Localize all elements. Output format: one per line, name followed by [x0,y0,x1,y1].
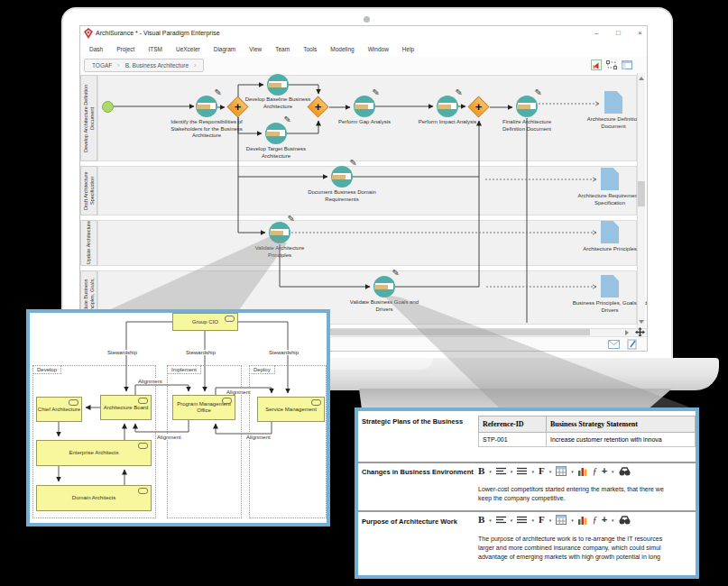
gateway-split-1[interactable]: + [227,96,248,117]
chevron-right-icon: › [194,62,196,69]
plus-icon: + [235,101,242,113]
task-perform-gap-analysis[interactable]: ✎ [354,96,375,117]
task-develop-target[interactable]: ✎ [265,123,287,144]
announcement-icon[interactable] [591,60,602,70]
chevron-down-icon[interactable]: ▾ [612,469,614,474]
rich-text-toolbar: B▾ ▾ ▾ F▾ ▾ ƒ +▾ [478,466,631,476]
bold-button[interactable]: B [478,466,484,476]
pencil-icon: ✎ [535,87,542,97]
menu-itsm[interactable]: ITSM [148,46,162,52]
task-develop-baseline[interactable]: ✎ [267,74,289,96]
changes-text-line: Lower-cost competitors started entering … [478,485,695,494]
chevron-down-icon[interactable]: ▾ [571,517,574,523]
breadcrumb-business-architecture[interactable]: B. Business Architecture [125,62,189,69]
node-label: Domain Architects [72,495,115,501]
chevron-down-icon[interactable]: ▾ [511,517,513,523]
menu-uexceler[interactable]: UeXceler [176,46,200,52]
chevron-down-icon[interactable]: ▾ [511,469,513,474]
close-button[interactable]: × [638,29,642,38]
gateway-merge-1[interactable]: + [308,96,328,117]
align-button[interactable] [496,467,506,475]
task-document-domain-requirements[interactable]: ✎ [331,166,353,188]
node-service-management[interactable]: Service Management [257,397,325,422]
list-button[interactable] [517,516,527,524]
scroll-up-icon[interactable] [639,77,644,80]
find-binoculars-button[interactable] [619,467,631,476]
node-group-cio[interactable]: Group CIO [172,313,238,331]
font-button[interactable]: F [539,515,545,525]
menu-team[interactable]: Team [275,46,290,52]
chevron-down-icon[interactable]: ▾ [612,517,614,523]
row-divider [358,510,696,512]
row-label-changes-in-business: Changes in Business Environment [362,468,475,476]
edit-page-icon[interactable] [627,339,638,350]
chevron-down-icon[interactable]: ▾ [489,469,492,474]
menu-tools[interactable]: Tools [303,46,317,52]
start-event[interactable] [102,101,114,113]
document-requirements-spec[interactable] [601,168,619,190]
layout-panel-icon[interactable] [622,60,632,70]
node-enterprise-architects[interactable]: Enterprise Architects [36,440,152,466]
purpose-text-line: larger and more combined insurance compa… [478,544,695,553]
cell-reference-id[interactable]: STP-001 [479,433,547,447]
menu-project[interactable]: Project [116,46,134,52]
chevron-down-icon[interactable]: ▾ [489,517,492,523]
laptop-camera-icon [364,16,370,23]
vertical-scroll-thumb[interactable] [638,181,645,206]
edge-label-stewardship: Stewardship [185,350,217,355]
edge-label-alignment: Alignment [156,435,182,440]
chevron-down-icon[interactable]: ▾ [531,469,534,474]
menu-modeling[interactable]: Modeling [330,46,354,52]
document-table-panel: Strategic Plans of the Business Referenc… [355,407,699,579]
breadcrumb-togaf[interactable]: TOGAF [92,62,112,69]
menu-window[interactable]: Window [368,46,389,52]
insert-chart-button[interactable] [578,467,588,476]
chevron-down-icon[interactable]: ▾ [549,517,552,523]
insert-table-button[interactable] [556,466,567,476]
task-perform-impact-analysis[interactable]: ✎ [437,96,458,117]
chevron-down-icon[interactable]: ▾ [571,469,574,474]
node-chief-architecture[interactable]: Chief Architecture [36,397,82,422]
cell-strategy-statement[interactable]: Increase customer retention with innova [546,433,695,447]
chevron-down-icon[interactable]: ▾ [531,517,534,523]
insert-button[interactable]: + [602,466,607,476]
insert-button[interactable]: + [602,515,607,525]
node-program-management-office[interactable]: Program Management Office [172,395,235,420]
task-validate-goals-drivers[interactable]: ✎ [373,276,395,298]
menu-view[interactable]: View [249,46,262,52]
fit-selection-icon[interactable] [606,60,617,70]
bold-button[interactable]: B [478,515,484,525]
task-finalize-add[interactable]: ✎ [516,96,538,117]
document-architecture-principles[interactable] [601,221,619,243]
strategic-plans-table[interactable]: Reference-ID Business Strategy Statement… [478,416,696,447]
task-identify-responsibilities[interactable]: ✎ [196,96,217,117]
document-architecture-definition[interactable] [604,91,622,114]
align-button[interactable] [496,516,506,524]
org-chart-panel: Develop Implement Deploy Group CIO Chief… [26,309,330,526]
scroll-down-icon[interactable] [639,320,644,324]
document-business-principles[interactable] [601,275,619,298]
menu-help[interactable]: Help [402,46,414,52]
menu-diagram[interactable]: Diagram [214,46,236,52]
document-label: Architecture Principles [572,246,647,253]
find-binoculars-button[interactable] [619,516,631,525]
list-button[interactable] [517,467,527,475]
minimize-button[interactable]: – [594,29,598,38]
gateway-merge-2[interactable]: + [468,96,489,117]
mail-icon[interactable] [608,340,620,349]
font-button[interactable]: F [539,466,545,476]
chevron-down-icon[interactable]: ▾ [549,469,552,474]
node-label: Service Management [265,407,317,413]
scroll-right-icon[interactable] [625,330,629,335]
formula-button[interactable]: ƒ [593,515,597,525]
node-domain-architects[interactable]: Domain Architects [36,485,152,511]
node-architecture-board[interactable]: Architecture Board [100,395,152,420]
rich-text-toolbar: B▾ ▾ ▾ F▾ ▾ ƒ +▾ [478,515,631,525]
group-label: Deploy [249,365,275,374]
insert-chart-button[interactable] [578,516,588,525]
task-label: Perform Impact Analysis [407,119,488,126]
insert-table-button[interactable] [556,515,567,525]
menu-dash[interactable]: Dash [89,46,103,52]
formula-button[interactable]: ƒ [593,466,597,476]
maximize-button[interactable]: □ [616,29,621,38]
